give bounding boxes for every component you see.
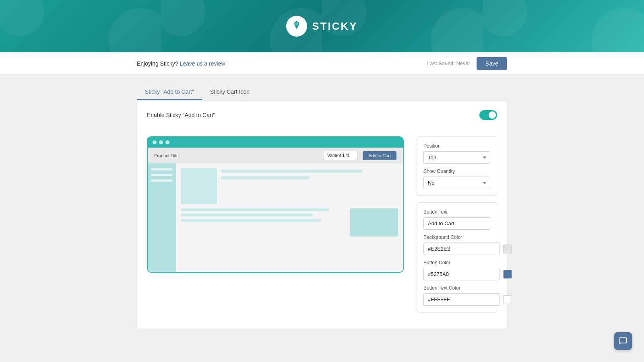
button-text-group: Button Text Background Color Button Colo… [417, 202, 497, 313]
browser-mockup: Product Title Variant 1 ⇅ Add to Cart [147, 136, 404, 273]
button-text-input[interactable] [423, 217, 490, 230]
enable-row: Enable Sticky "Add to Cart" [147, 110, 497, 128]
preview-variant-select: Variant 1 ⇅ [324, 151, 358, 160]
show-quantity-select[interactable]: No Yes [423, 177, 490, 189]
button-text-color-label: Button Text Color [423, 285, 490, 291]
text-line-2 [181, 214, 313, 216]
tab-add-to-cart[interactable]: Sticky "Add to Cart" [137, 84, 202, 100]
button-text-color-input[interactable] [423, 293, 500, 306]
position-select[interactable]: Top Bottom [423, 151, 490, 164]
enable-label: Enable Sticky "Add to Cart" [147, 112, 215, 118]
chat-bubble[interactable] [614, 332, 632, 350]
button-color-row [423, 268, 490, 280]
top-bar: Enjoying Sticky? Leave us a review! Last… [0, 52, 644, 75]
page-body-mock [176, 163, 403, 272]
page-content-mock [148, 163, 403, 272]
enable-toggle[interactable] [479, 110, 497, 120]
app-logo: STICKY [286, 16, 357, 37]
product-image-mock [181, 168, 217, 204]
button-text-color-row [423, 293, 490, 306]
detail-row-mock [181, 208, 398, 237]
browser-dot-1 [153, 140, 157, 144]
button-color-label: Button Color [423, 260, 490, 265]
enjoying-text: Enjoying Sticky? Leave us a review! [137, 60, 227, 67]
info-line-2 [221, 176, 310, 179]
top-bar-right: Last Saved: Never Save [427, 57, 507, 70]
browser-dot-3 [165, 140, 169, 144]
background-color-label: Background Color [423, 234, 490, 240]
button-text-label: Button Text [423, 209, 490, 215]
svg-point-0 [296, 23, 298, 25]
save-button[interactable]: Save [477, 57, 507, 70]
button-color-swatch[interactable] [503, 270, 512, 279]
text-line-3 [181, 219, 321, 222]
settings-card: Enable Sticky "Add to Cart" Product Titl… [137, 100, 507, 329]
app-header: STICKY [0, 0, 644, 52]
preview-add-to-cart: Add to Cart [363, 151, 396, 160]
last-saved-text: Last Saved: Never [427, 60, 470, 66]
background-color-input[interactable] [423, 243, 500, 255]
button-color-input[interactable] [423, 268, 500, 280]
text-line-1 [181, 208, 329, 211]
main-content: Sticky "Add to Cart" Sticky Cart Icon En… [0, 75, 644, 339]
image-block-mock [350, 208, 398, 237]
tab-bar: Sticky "Add to Cart" Sticky Cart Icon [137, 84, 507, 100]
product-info-mock [221, 168, 398, 204]
settings-panel: Position Top Bottom Show Quantity No Yes [417, 136, 497, 319]
sidebar-line-3 [151, 179, 173, 182]
two-col-layout: Product Title Variant 1 ⇅ Add to Cart [147, 136, 497, 319]
position-label: Position [423, 143, 490, 149]
app-name: STICKY [312, 20, 357, 33]
tab-cart-icon[interactable]: Sticky Cart Icon [202, 84, 258, 100]
sidebar-line-1 [151, 168, 173, 171]
button-text-color-swatch[interactable] [503, 295, 512, 304]
preview-area: Product Title Variant 1 ⇅ Add to Cart [147, 136, 404, 319]
position-group: Position Top Bottom Show Quantity No Yes [417, 136, 497, 196]
browser-dot-2 [159, 140, 163, 144]
preview-product-title: Product Title [154, 153, 179, 158]
background-color-swatch[interactable] [503, 245, 512, 253]
logo-icon [286, 16, 307, 37]
sidebar-line-2 [151, 174, 173, 176]
review-link[interactable]: Leave us a review! [180, 60, 227, 67]
sticky-bar-preview: Product Title Variant 1 ⇅ Add to Cart [148, 148, 403, 163]
show-quantity-label: Show Quantity [423, 169, 490, 174]
browser-toolbar [148, 137, 403, 148]
info-line-1 [221, 170, 363, 173]
text-block-mock [181, 208, 346, 237]
product-row-mock [181, 168, 398, 204]
sidebar-mock [148, 163, 176, 272]
background-color-row [423, 243, 490, 255]
